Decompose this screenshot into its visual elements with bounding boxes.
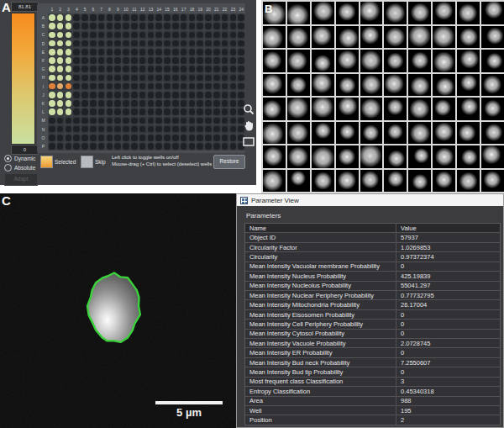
well-A8[interactable] bbox=[106, 13, 114, 22]
gallery-cell-tile-55[interactable] bbox=[360, 122, 383, 145]
gallery-cell-tile-48[interactable] bbox=[433, 98, 455, 120]
gallery-cell-tile-38[interactable] bbox=[433, 74, 455, 97]
well-E24[interactable] bbox=[237, 48, 245, 56]
well-I1[interactable] bbox=[48, 82, 56, 91]
well-G6[interactable] bbox=[89, 65, 97, 73]
well-E17[interactable] bbox=[180, 48, 188, 56]
well-J2[interactable] bbox=[56, 91, 65, 99]
well-I18[interactable] bbox=[188, 82, 197, 91]
well-P11[interactable] bbox=[130, 142, 139, 151]
well-M14[interactable] bbox=[155, 116, 163, 124]
restore-button[interactable]: Restore bbox=[213, 155, 245, 169]
gallery-cell-tile-74[interactable] bbox=[336, 170, 359, 193]
well-L12[interactable] bbox=[139, 108, 147, 116]
well-J5[interactable] bbox=[81, 91, 89, 99]
well-B16[interactable] bbox=[171, 22, 180, 30]
well-J8[interactable] bbox=[106, 91, 114, 99]
well-H17[interactable] bbox=[180, 73, 188, 82]
well-C18[interactable] bbox=[188, 30, 197, 39]
well-J15[interactable] bbox=[163, 91, 171, 99]
gallery-cell-tile-58[interactable] bbox=[433, 122, 455, 145]
well-P6[interactable] bbox=[89, 142, 97, 151]
well-O22[interactable] bbox=[221, 134, 229, 142]
dynamic-radio[interactable]: Dynamic bbox=[4, 155, 35, 162]
gallery-cell-tile-26[interactable] bbox=[384, 50, 407, 72]
gallery-cell-tile-11[interactable] bbox=[263, 26, 286, 49]
well-N12[interactable] bbox=[139, 124, 147, 133]
well-O1[interactable] bbox=[48, 134, 56, 142]
well-L4[interactable] bbox=[72, 108, 81, 116]
well-J4[interactable] bbox=[72, 91, 81, 99]
well-N3[interactable] bbox=[65, 124, 73, 133]
gallery-cell-tile-5[interactable] bbox=[360, 2, 383, 24]
well-F12[interactable] bbox=[139, 56, 147, 65]
well-P8[interactable] bbox=[106, 142, 114, 151]
well-L17[interactable] bbox=[180, 108, 188, 116]
gallery-cell-tile-29[interactable] bbox=[457, 50, 480, 72]
gallery-cell-tile-22[interactable] bbox=[287, 50, 310, 72]
well-N23[interactable] bbox=[229, 124, 238, 133]
well-C2[interactable] bbox=[56, 30, 65, 39]
well-O7[interactable] bbox=[97, 134, 106, 142]
well-G13[interactable] bbox=[147, 65, 155, 73]
well-I8[interactable] bbox=[106, 82, 114, 91]
well-N9[interactable] bbox=[113, 124, 122, 133]
gallery-cell-tile-20[interactable] bbox=[481, 26, 504, 49]
gallery-cell-tile-50[interactable] bbox=[481, 98, 504, 120]
well-P2[interactable] bbox=[56, 142, 65, 151]
gallery-cell-tile-30[interactable] bbox=[481, 50, 504, 72]
gallery-cell-tile-4[interactable] bbox=[336, 2, 359, 24]
well-D3[interactable] bbox=[65, 40, 73, 48]
gallery-cell-tile-72[interactable] bbox=[287, 170, 310, 193]
well-P23[interactable] bbox=[229, 142, 238, 151]
well-H18[interactable] bbox=[188, 73, 197, 82]
well-J14[interactable] bbox=[155, 91, 163, 99]
well-P4[interactable] bbox=[72, 142, 81, 151]
gallery-cell-tile-75[interactable] bbox=[360, 170, 383, 193]
well-O2[interactable] bbox=[56, 134, 65, 142]
well-L1[interactable] bbox=[48, 108, 56, 116]
well-J12[interactable] bbox=[139, 91, 147, 99]
gallery-cell-tile-45[interactable] bbox=[360, 98, 383, 120]
gallery-cell-tile-78[interactable] bbox=[433, 170, 455, 193]
well-B8[interactable] bbox=[106, 22, 114, 30]
well-P21[interactable] bbox=[213, 142, 221, 151]
well-M23[interactable] bbox=[229, 116, 238, 124]
well-F2[interactable] bbox=[56, 56, 65, 65]
well-E12[interactable] bbox=[139, 48, 147, 56]
well-E13[interactable] bbox=[147, 48, 155, 56]
well-G3[interactable] bbox=[65, 65, 73, 73]
parameter-view-titlebar[interactable]: Parameter View bbox=[237, 194, 503, 206]
well-L2[interactable] bbox=[56, 108, 65, 116]
well-P20[interactable] bbox=[204, 142, 213, 151]
gallery-cell-tile-54[interactable] bbox=[336, 122, 359, 145]
well-N15[interactable] bbox=[163, 124, 171, 133]
well-B21[interactable] bbox=[213, 22, 221, 30]
well-N13[interactable] bbox=[147, 124, 155, 133]
well-F19[interactable] bbox=[196, 56, 204, 65]
well-M1[interactable] bbox=[48, 116, 56, 124]
well-D12[interactable] bbox=[139, 40, 147, 48]
gallery-cell-tile-70[interactable] bbox=[481, 145, 504, 168]
well-O21[interactable] bbox=[213, 134, 221, 142]
well-M10[interactable] bbox=[122, 116, 130, 124]
well-A9[interactable] bbox=[113, 13, 122, 22]
well-I2[interactable] bbox=[56, 82, 65, 91]
well-H7[interactable] bbox=[97, 73, 106, 82]
well-E14[interactable] bbox=[155, 48, 163, 56]
gallery-cell-tile-59[interactable] bbox=[457, 122, 480, 145]
well-N11[interactable] bbox=[130, 124, 139, 133]
well-E15[interactable] bbox=[163, 48, 171, 56]
well-L3[interactable] bbox=[65, 108, 73, 116]
well-K6[interactable] bbox=[89, 99, 97, 108]
gallery-cell-tile-66[interactable] bbox=[384, 145, 407, 168]
well-J22[interactable] bbox=[221, 91, 229, 99]
well-N16[interactable] bbox=[171, 124, 180, 133]
well-L7[interactable] bbox=[97, 108, 106, 116]
well-C3[interactable] bbox=[65, 30, 73, 39]
well-G10[interactable] bbox=[122, 65, 130, 73]
well-O23[interactable] bbox=[229, 134, 238, 142]
well-I23[interactable] bbox=[229, 82, 238, 91]
well-A11[interactable] bbox=[130, 13, 139, 22]
well-L23[interactable] bbox=[229, 108, 238, 116]
